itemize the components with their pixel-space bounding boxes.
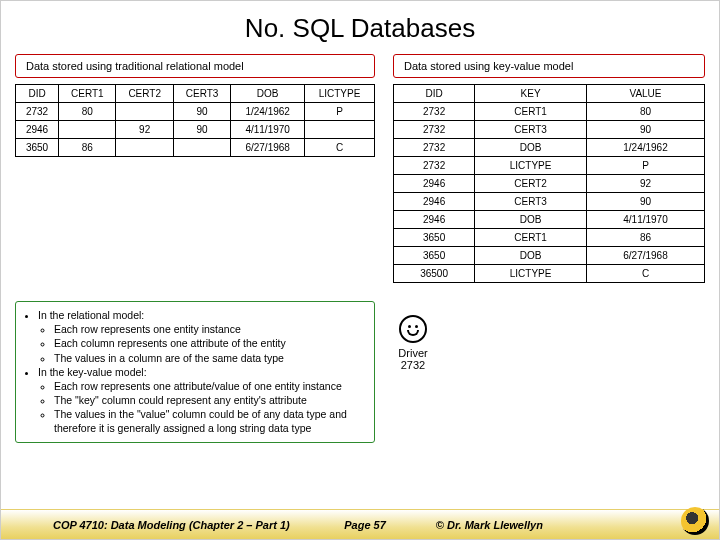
slide-footer: COP 4710: Data Modeling (Chapter 2 – Par… bbox=[1, 509, 719, 539]
table-row: 3650DOB6/27/1968 bbox=[394, 247, 705, 265]
bullet: In the key-value model: bbox=[38, 366, 147, 378]
table-row: 273280901/24/1962P bbox=[16, 103, 375, 121]
kv-th: DID bbox=[394, 85, 475, 103]
table-row: 2732CERT180 bbox=[394, 103, 705, 121]
table-row: 2946DOB4/11/1970 bbox=[394, 211, 705, 229]
table-row: 3650866/27/1968C bbox=[16, 139, 375, 157]
table-row: 2732CERT390 bbox=[394, 121, 705, 139]
table-row: 2732DOB1/24/1962 bbox=[394, 139, 705, 157]
rel-th: LICTYPE bbox=[305, 85, 375, 103]
bullet: In the relational model: bbox=[38, 309, 144, 321]
rel-th: DOB bbox=[231, 85, 305, 103]
footer-page: Page 57 bbox=[324, 519, 406, 531]
driver-callout: Driver 2732 bbox=[385, 315, 441, 371]
bullet: Each row represents one entity instance bbox=[54, 322, 366, 336]
explanation-box: In the relational model: Each row repres… bbox=[15, 301, 375, 443]
rel-th: CERT1 bbox=[59, 85, 116, 103]
table-row: 2946CERT390 bbox=[394, 193, 705, 211]
table-row: 2732LICTYPEP bbox=[394, 157, 705, 175]
rel-th: CERT3 bbox=[173, 85, 230, 103]
rel-th: CERT2 bbox=[116, 85, 173, 103]
kv-th: VALUE bbox=[586, 85, 704, 103]
table-row: 294692904/11/1970 bbox=[16, 121, 375, 139]
bullet: The values in the "value" column could b… bbox=[54, 407, 366, 435]
driver-label: Driver bbox=[385, 347, 441, 359]
keyvalue-table: DID KEY VALUE 2732CERT180 2732CERT390 27… bbox=[393, 84, 705, 283]
bullet: The "key" column could represent any ent… bbox=[54, 393, 366, 407]
footer-author: © Dr. Mark Llewellyn bbox=[406, 519, 707, 531]
driver-id: 2732 bbox=[385, 359, 441, 371]
footer-course: COP 4710: Data Modeling (Chapter 2 – Par… bbox=[13, 519, 324, 531]
bullet: The values in a column are of the same d… bbox=[54, 351, 366, 365]
bullet: Each column represents one attribute of … bbox=[54, 336, 366, 350]
ucf-logo-icon bbox=[681, 507, 709, 535]
kv-th: KEY bbox=[475, 85, 587, 103]
bullet: Each row represents one attribute/value … bbox=[54, 379, 366, 393]
keyvalue-label: Data stored using key-value model bbox=[393, 54, 705, 78]
relational-label: Data stored using traditional relational… bbox=[15, 54, 375, 78]
rel-th: DID bbox=[16, 85, 59, 103]
slide-title: No. SQL Databases bbox=[1, 1, 719, 54]
relational-table: DID CERT1 CERT2 CERT3 DOB LICTYPE 273280… bbox=[15, 84, 375, 157]
table-row: 36500LICTYPEC bbox=[394, 265, 705, 283]
table-row: 3650CERT186 bbox=[394, 229, 705, 247]
table-row: 2946CERT292 bbox=[394, 175, 705, 193]
smiley-face-icon bbox=[399, 315, 427, 343]
